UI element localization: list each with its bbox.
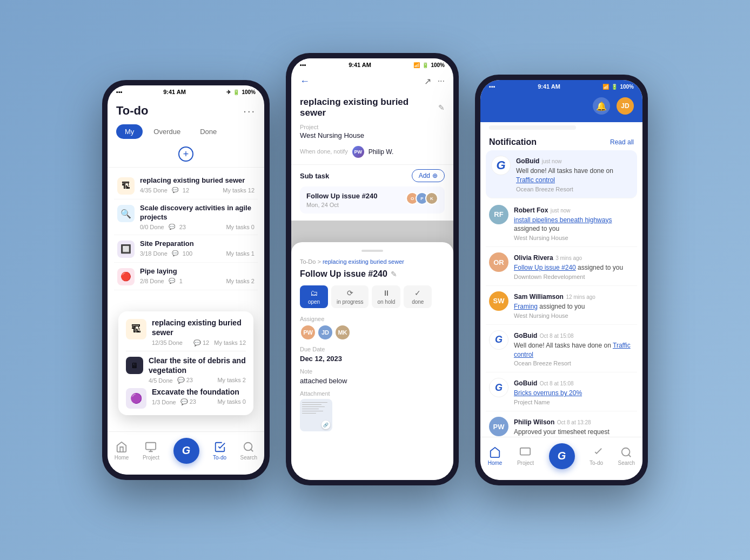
sub-meta-2: 1/3 Done 💬 23 My tasks 0 — [152, 398, 246, 405]
svg-rect-0 — [146, 442, 156, 449]
floating-icon: 🏗 — [126, 319, 146, 339]
comment-icon: 💬 — [172, 250, 178, 256]
bottom-nav-3: Home Project G To-do Search — [480, 437, 642, 480]
notif-title: Notification — [489, 137, 537, 147]
tab-my[interactable]: My — [116, 124, 143, 139]
popup-title-row: Follow Up issue #240 ✎ — [300, 269, 445, 279]
gobuid-logo: G — [182, 444, 191, 457]
phone-notifications: ▪▪▪ 9:41 AM 📶 🔋 100% 🔔 JD Notification R… — [475, 75, 648, 485]
task-info-1: replacing existing buried sewer 4/35 Don… — [140, 176, 255, 194]
tab-overdue[interactable]: Overdue — [145, 124, 189, 139]
sub-task-item[interactable]: 🟣 Excavate the foundation 1/3 Done 💬 23 … — [126, 387, 246, 409]
status-bar-2: ▪▪▪ 9:41 AM 📶 🔋 100% — [291, 58, 453, 70]
nav-todo[interactable]: To-do — [213, 441, 226, 461]
notif-time-5: Oct 8 at 15:08 — [540, 381, 574, 386]
due-date-label: Due Date — [300, 346, 445, 352]
nav-home-3[interactable]: Home — [488, 446, 503, 466]
comment-icon: 💬 — [172, 187, 178, 193]
battery-icon-2: 🔋 — [422, 62, 428, 68]
assignee-avatar-2: JD — [317, 324, 333, 341]
nav-project[interactable]: Project — [143, 441, 159, 461]
read-all-button[interactable]: Read all — [610, 138, 634, 146]
notif-text-6: Approved your timesheet request — [514, 428, 634, 437]
notif-link-3[interactable]: Framing — [514, 303, 538, 310]
nav-search[interactable]: Search — [240, 441, 258, 461]
notif-item[interactable]: G GoBuid just now Well done! All tasks h… — [486, 150, 637, 198]
status-done[interactable]: ✓ done — [404, 285, 432, 308]
attachment-thumb[interactable]: 🔗 — [300, 399, 332, 431]
detail-title: replacing existing buried sewer — [300, 97, 434, 118]
notif-text-1: install pipelines beneath highways assig… — [514, 216, 634, 234]
notif-item[interactable]: RF Robert Fox just now install pipelines… — [486, 199, 637, 248]
task-item[interactable]: 🏗 replacing existing buried sewer 4/35 D… — [114, 172, 258, 199]
task-item[interactable]: 🔍 Scale discovery activities in agile pr… — [114, 199, 258, 235]
notif-item[interactable]: G GoBuid Oct 8 at 15:08 Bricks overruns … — [486, 372, 637, 411]
task-meta-1: 4/35 Done 💬 12 My tasks 12 — [140, 187, 255, 194]
notif-header-bar: 🔔 JD — [480, 92, 642, 122]
back-button[interactable]: ← — [300, 76, 310, 87]
nav-search-3[interactable]: Search — [618, 446, 635, 466]
subtask-card[interactable]: Follow Up issue #240 Mon, 24 Oct O P K — [300, 186, 445, 214]
drag-handle[interactable] — [361, 250, 383, 252]
add-task-button[interactable]: + — [178, 146, 193, 162]
nav-todo-3[interactable]: To-do — [590, 446, 603, 466]
battery-pct: 100% — [242, 89, 256, 95]
notif-time-4: Oct 8 at 15:08 — [540, 333, 574, 339]
share-icon[interactable]: ↗ — [424, 76, 431, 86]
bottom-nav-1: Home Project G To-do Search — [108, 431, 264, 475]
notif-sender-3: Sam Williamson — [514, 293, 564, 301]
task-item[interactable]: 🔲 Site Preparation 3/18 Done 💬 100 My ta… — [114, 235, 258, 263]
notify-label: When done, notify — [300, 148, 348, 155]
status-in-progress[interactable]: ⟳ in progress — [331, 285, 369, 308]
hold-icon: ⏸ — [383, 289, 390, 297]
popup-breadcrumb: To-Do > replacing existing buried sewer — [300, 258, 445, 265]
nav-home[interactable]: Home — [115, 441, 129, 461]
notif-avatar-gobuid-0: G — [491, 156, 511, 175]
breadcrumb-link[interactable]: replacing existing buried sewer — [323, 258, 404, 265]
bell-icon[interactable]: 🔔 — [593, 97, 610, 115]
wifi-icon: ✈ — [226, 89, 231, 95]
comment-icon: 💬 — [169, 224, 175, 230]
task-name-3: Site Preparation — [140, 239, 255, 249]
notif-item[interactable]: G GoBuid Oct 8 at 15:08 Well done! All t… — [486, 325, 637, 373]
notif-sub-4: Ocean Breeze Resort — [514, 360, 634, 366]
notif-content-5: GoBuid Oct 8 at 15:08 Bricks overruns by… — [514, 378, 634, 405]
subtask-avatar-3: K — [425, 192, 438, 205]
subtask-label: Sub task — [300, 172, 329, 180]
more-menu-button[interactable]: ··· — [243, 105, 256, 117]
user-avatar-header[interactable]: JD — [617, 97, 634, 115]
notif-link-5[interactable]: Bricks overruns by 20% — [514, 389, 582, 397]
nav-center-3[interactable]: G — [549, 443, 575, 469]
tab-done[interactable]: Done — [191, 124, 225, 139]
popup-edit-icon[interactable]: ✎ — [391, 270, 397, 278]
add-task-row: + — [108, 143, 264, 168]
notif-item[interactable]: OR Olivia Rivera 3 mins ago Follow Up is… — [486, 247, 637, 286]
attachment-label: Attachment — [300, 390, 445, 397]
status-on-hold[interactable]: ⏸ on hold — [372, 285, 400, 308]
edit-icon[interactable]: ✎ — [438, 103, 445, 112]
notif-link-0[interactable]: Traffic control — [516, 176, 555, 184]
notif-time-6: Oct 8 at 13:28 — [557, 419, 591, 425]
subtask-info: Follow Up issue #240 Mon, 24 Oct — [306, 192, 378, 208]
task-item[interactable]: 🔴 Pipe laying 2/8 Done 💬 1 My tasks 2 — [114, 263, 258, 290]
notif-content-3: Sam Williamson 12 mins ago Framing assig… — [514, 291, 634, 319]
notif-list: G GoBuid just now Well done! All tasks h… — [480, 150, 642, 453]
progress-icon: ⟳ — [347, 289, 353, 297]
nav-center[interactable]: G — [173, 438, 199, 464]
due-date-field: Due Date Dec 12, 2023 — [300, 346, 445, 363]
notif-text-5: Bricks overruns by 20% — [514, 389, 634, 398]
sub-task-item[interactable]: 🖥 Clear the site of debris and vegetatio… — [126, 356, 246, 387]
project-field: Project West Nursing House — [291, 121, 453, 143]
phone-detail: ▪▪▪ 9:41 AM 📶 🔋 100% ← ↗ ··· replacing e… — [286, 53, 459, 485]
notif-header-icons: 🔔 JD — [593, 97, 634, 115]
notif-link-1[interactable]: install pipelines beneath highways — [514, 216, 612, 224]
more-icon[interactable]: ··· — [438, 76, 445, 86]
notif-sender-0: GoBuid — [516, 157, 539, 165]
notif-item[interactable]: SW Sam Williamson 12 mins ago Framing as… — [486, 286, 637, 325]
task-meta-2: 0/0 Done 💬 23 My tasks 0 — [140, 224, 255, 230]
add-subtask-button[interactable]: Add ⊕ — [412, 169, 445, 182]
notif-link-2[interactable]: Follow Up issue #240 — [514, 264, 576, 271]
nav-project-3[interactable]: Project — [517, 446, 534, 466]
status-open[interactable]: 🗂 open — [300, 285, 328, 308]
time-2: 9:41 AM — [349, 62, 371, 68]
